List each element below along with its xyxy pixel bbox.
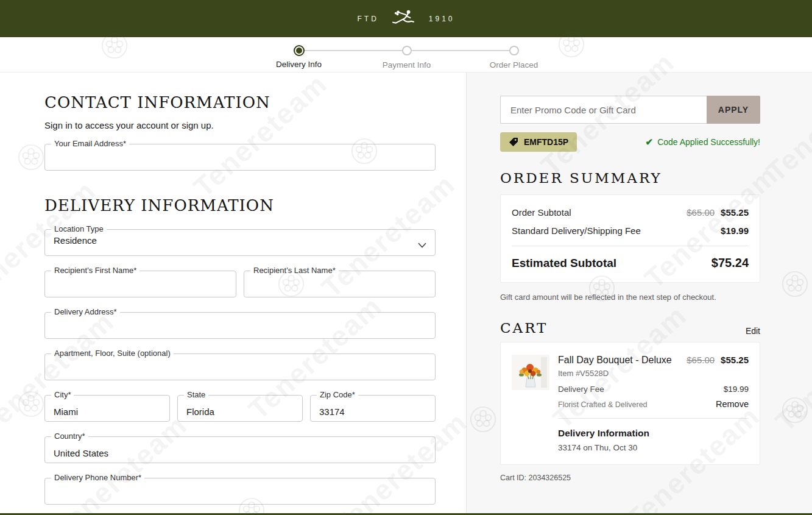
subtotal-discounted-price: $55.25 [721,207,749,218]
step-connector [305,50,402,51]
estimated-subtotal-label: Estimated Subtotal [512,257,616,270]
subtotal-values: $65.00$55.25 [687,207,749,218]
estimated-subtotal-row: Estimated Subtotal $75.24 [512,256,749,270]
address-label: Delivery Address* [51,307,120,316]
state-input[interactable] [178,396,302,421]
apartment-input[interactable] [45,354,435,380]
gift-card-note: Gift card amount will be reflected in th… [500,293,760,302]
item-delivery-info-title: Delivery Information [558,428,749,439]
promo-applied-row: EMFTD15P ✔ Code Applied Successfully! [500,132,760,152]
sign-in-link[interactable]: Sign in [44,120,72,130]
order-sidebar: APPLY EMFTD15P ✔ Code Applied Successful… [466,73,812,513]
country-label: Country* [51,432,88,441]
first-name-label: Recipient's First Name* [51,266,139,275]
checkout-form-column: CONTACT INFORMATION Sign in to access yo… [0,73,466,513]
shipping-row: Standard Delivery/Shipping Fee $19.99 [512,226,749,236]
cart-card: Fall Day Bouquet - Deluxe $65.00$55.25 I… [500,342,760,465]
apply-button[interactable]: APPLY [707,96,760,124]
step-idle-dot [509,46,519,55]
item-price: $55.25 [721,355,749,365]
city-label: City* [51,390,74,399]
city-input[interactable] [45,396,169,421]
promo-success-text: Code Applied Successfully! [657,137,760,147]
step-label: Payment Info [383,60,431,69]
apartment-field-wrap: Apartment, Floor, Suite (optional) [44,353,436,380]
location-type-label: Location Type [51,224,107,233]
zip-field-wrap: Zip Code* [310,395,436,422]
check-icon: ✔ [646,137,654,147]
step-delivery-info: Delivery Info [294,45,305,56]
chevron-down-icon [418,240,426,250]
first-name-input[interactable] [45,271,236,297]
item-delivery-fee-value: $19.99 [724,385,749,394]
cart-item: Fall Day Bouquet - Deluxe $65.00$55.25 I… [512,355,749,452]
city-field-wrap: City* [44,395,170,422]
location-type-select[interactable]: Location Type Residence [44,229,436,256]
ftd-logo: FTD 1910 [357,9,454,29]
item-original-price: $65.00 [687,355,715,365]
address-field-wrap: Delivery Address* [44,312,436,339]
item-remove-link[interactable]: Remove [716,399,749,409]
state-label: State [184,390,208,399]
phone-label: Delivery Phone Number* [51,473,144,482]
applied-promo-code: EMFTD15P [524,137,568,147]
last-name-field-wrap: Recipient's Last Name* [244,271,436,297]
email-field-wrap: Your Email Address* [44,144,436,171]
email-field-label: Your Email Address* [51,139,129,148]
address-input[interactable] [45,313,435,338]
cart-title: CART [500,320,548,336]
step-payment-info: Payment Info [402,46,412,55]
apartment-label: Apartment, Floor, Suite (optional) [51,349,174,358]
last-name-input[interactable] [244,271,435,297]
subtotal-label: Order Subtotal [512,207,571,218]
ftd-mercury-runner-icon [386,9,422,29]
order-summary-card: Order Subtotal $65.00$55.25 Standard Del… [500,194,760,283]
cart-edit-link[interactable]: Edit [746,326,760,336]
first-name-field-wrap: Recipient's First Name* [44,271,236,297]
step-active-dot [294,45,305,56]
subtotal-original-price: $65.00 [687,207,715,218]
step-idle-dot [402,46,412,55]
signin-period: . [211,120,214,130]
step-connector [412,50,509,51]
sign-up-link[interactable]: sign up [182,120,211,130]
zip-label: Zip Code* [317,390,358,399]
item-name: Fall Day Bouquet - Deluxe [558,355,672,366]
header-bar: FTD 1910 [0,0,812,37]
zip-input[interactable] [311,396,435,421]
cart-id-text: Cart ID: 2034326525 [500,474,760,482]
phone-input[interactable] [45,478,435,504]
checkout-progress: Delivery Info Payment Info Order Placed [0,37,812,73]
email-input[interactable] [45,144,435,170]
country-field-wrap: Country* [44,436,436,463]
delivery-information-title: DELIVERY INFORMATION [44,196,436,215]
cart-item-divider [558,418,749,419]
location-type-value: Residence [54,235,426,246]
contact-information-title: CONTACT INFORMATION [44,93,436,112]
shipping-label: Standard Delivery/Shipping Fee [512,226,641,236]
estimated-subtotal-value: $75.24 [711,256,749,270]
last-name-label: Recipient's Last Name* [250,266,339,275]
item-sku: Item #V5528D [558,369,749,378]
tag-icon [509,137,518,147]
step-order-placed: Order Placed [509,46,519,55]
item-delivery-fee-label: Delivery Fee [558,385,604,394]
item-prices: $65.00$55.25 [687,355,749,365]
item-delivery-info-value: 33174 on Thu, Oct 30 [558,443,749,452]
applied-promo-chip[interactable]: EMFTD15P [500,132,577,152]
signin-text: to access your account or [72,120,182,130]
country-input[interactable] [45,437,435,463]
phone-field-wrap: Delivery Phone Number* [44,478,436,505]
ftd-logo-year: 1910 [429,15,455,23]
state-field-wrap: State [177,395,303,422]
ftd-logo-text: FTD [357,15,378,23]
promo-code-row: APPLY [500,96,760,124]
promo-code-input[interactable] [500,96,707,124]
subtotal-row: Order Subtotal $65.00$55.25 [512,207,749,218]
signin-line: Sign in to access your account or sign u… [44,120,436,130]
step-label: Order Placed [490,60,538,69]
bouquet-image [512,355,549,390]
step-label: Delivery Info [276,60,322,69]
promo-success-message: ✔ Code Applied Successfully! [646,137,760,147]
item-fulfillment-text: Florist Crafted & Delivered [558,400,648,409]
